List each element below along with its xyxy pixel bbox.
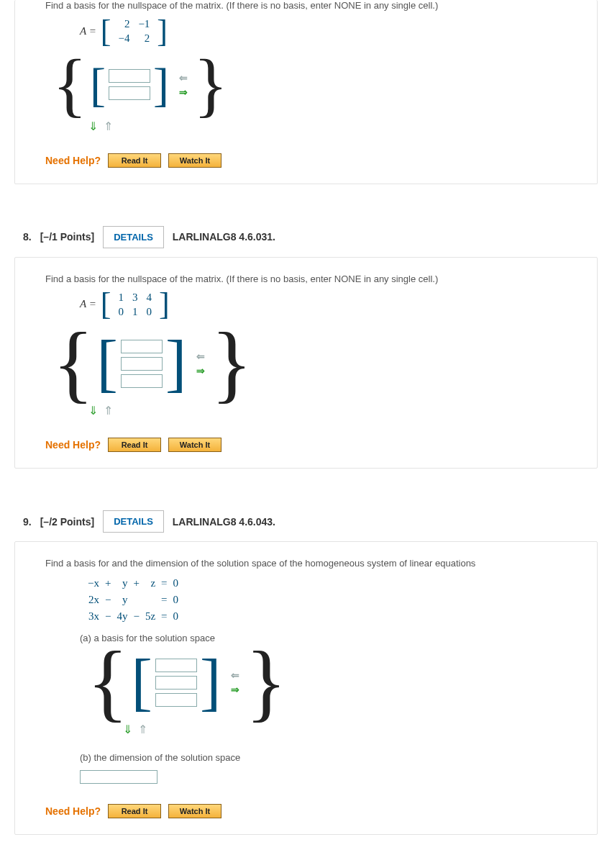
- answer-cell[interactable]: [121, 357, 163, 371]
- cell: −4: [114, 31, 134, 45]
- left-bracket-icon: [: [101, 19, 111, 43]
- add-column-icon[interactable]: ⇒: [228, 684, 242, 695]
- add-row-icon[interactable]: ⇓: [88, 119, 98, 133]
- q9-number: 9.: [23, 516, 32, 528]
- cell: 3: [128, 290, 142, 304]
- remove-column-icon[interactable]: ⇐: [176, 72, 191, 83]
- left-bracket-icon: [: [90, 68, 106, 102]
- q8-prompt: Find a basis for the nullspace of the ma…: [45, 273, 567, 284]
- q9-prompt: Find a basis for and the dimension of th…: [45, 558, 567, 569]
- cell: 4: [142, 290, 156, 304]
- matrix-label: A =: [80, 298, 96, 310]
- answer-cell[interactable]: [155, 693, 197, 707]
- left-bracket-icon: [: [97, 340, 118, 386]
- remove-column-icon[interactable]: ⇐: [193, 351, 208, 362]
- q7-prompt: Find a basis for the nullspace of the ma…: [45, 0, 567, 11]
- q9-part-b-label: (b) the dimension of the solution space: [80, 752, 567, 763]
- left-brace-icon: {: [51, 329, 96, 398]
- right-brace-icon: }: [192, 56, 229, 114]
- right-bracket-icon: ]: [200, 659, 221, 705]
- right-bracket-icon: ]: [153, 68, 169, 102]
- read-it-button[interactable]: Read It: [108, 438, 161, 452]
- q9-part-a-label: (a) a basis for the solution space: [80, 633, 567, 643]
- need-help-label: Need Help?: [45, 439, 101, 451]
- answer-cell[interactable]: [109, 69, 150, 83]
- remove-column-icon[interactable]: ⇐: [228, 669, 242, 681]
- q8-number: 8.: [23, 231, 32, 243]
- cell: 1: [128, 304, 142, 319]
- left-bracket-icon: [: [132, 659, 152, 705]
- left-brace-icon: {: [86, 648, 130, 717]
- left-brace-icon: {: [51, 56, 88, 114]
- cell: 1: [114, 290, 128, 304]
- answer-cell[interactable]: [109, 86, 150, 100]
- cell: 0: [142, 304, 156, 319]
- details-button[interactable]: DETAILS: [103, 226, 164, 248]
- answer-cell[interactable]: [155, 659, 197, 672]
- details-button[interactable]: DETAILS: [103, 510, 164, 533]
- answer-cell[interactable]: [121, 374, 163, 388]
- q8-matrix: A = [ 134 010 ]: [80, 290, 567, 320]
- watch-it-button[interactable]: Watch It: [168, 804, 221, 818]
- add-column-icon[interactable]: ⇒: [193, 365, 208, 376]
- cell: 2: [114, 17, 134, 31]
- add-row-icon[interactable]: ⇓: [88, 404, 98, 417]
- q8-points: [–/1 Points]: [40, 231, 94, 243]
- watch-it-button[interactable]: Watch It: [168, 438, 221, 452]
- dimension-input[interactable]: [80, 770, 157, 784]
- matrix-label: A =: [80, 25, 96, 37]
- cell: 0: [114, 304, 128, 319]
- equation-system: −x+ y+ z= 0 2x− y = 0 3x− 4y− 5z= 0: [84, 574, 567, 625]
- q7-answer-set: { [ ] ⇐ ⇒ }: [51, 56, 567, 114]
- add-row-icon[interactable]: ⇓: [123, 723, 132, 736]
- add-column-icon[interactable]: ⇒: [176, 86, 191, 98]
- q9-answer-set: { [ ] ⇐ ⇒ }: [86, 648, 567, 717]
- right-brace-icon: }: [244, 648, 288, 717]
- right-bracket-icon: ]: [165, 340, 186, 386]
- answer-cell[interactable]: [121, 340, 163, 353]
- q9-ref: LARLINALG8 4.6.043.: [173, 516, 275, 528]
- right-bracket-icon: ]: [157, 19, 168, 43]
- need-help-label: Need Help?: [45, 805, 101, 817]
- right-bracket-icon: ]: [159, 292, 170, 316]
- cell: −1: [134, 17, 154, 31]
- cell: 2: [134, 31, 154, 45]
- answer-cell[interactable]: [155, 676, 197, 690]
- remove-row-icon[interactable]: ⇑: [138, 723, 147, 736]
- q8-ref: LARLINALG8 4.6.031.: [173, 231, 275, 243]
- left-bracket-icon: [: [101, 292, 111, 316]
- q8-answer-set: { [ ] ⇐ ⇒ }: [51, 329, 567, 398]
- q7-matrix: A = [ 2−1 −42 ]: [80, 17, 567, 46]
- read-it-button[interactable]: Read It: [108, 153, 161, 168]
- remove-row-icon[interactable]: ⇑: [104, 404, 113, 417]
- remove-row-icon[interactable]: ⇑: [104, 119, 113, 133]
- read-it-button[interactable]: Read It: [108, 804, 161, 818]
- need-help-label: Need Help?: [45, 155, 101, 166]
- q9-points: [–/2 Points]: [40, 516, 94, 528]
- right-brace-icon: }: [209, 329, 254, 398]
- watch-it-button[interactable]: Watch It: [168, 153, 221, 168]
